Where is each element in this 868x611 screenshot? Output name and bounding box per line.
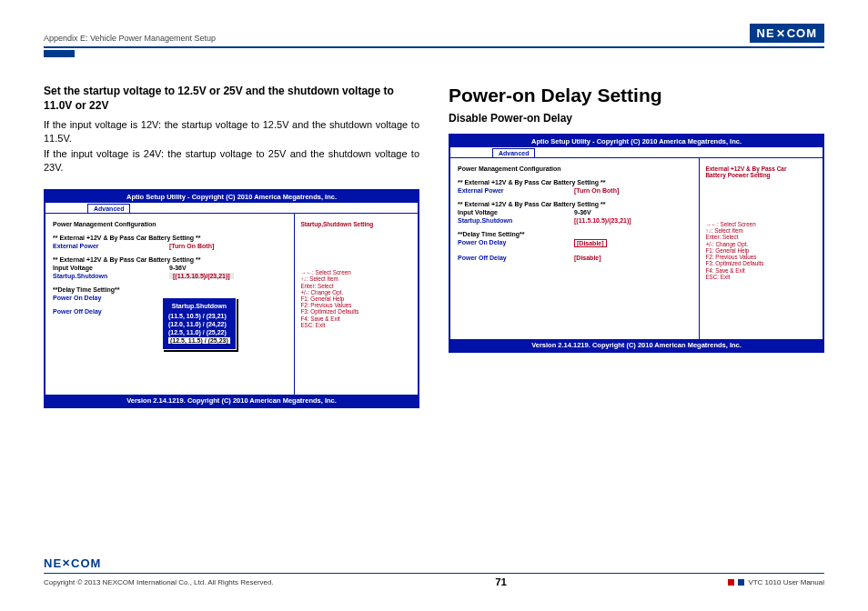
bios-delay-header: **Delay Time Setting**: [53, 286, 287, 293]
color-swatch-blue-icon: [738, 579, 744, 586]
bios-right-title-r2: Battery Poewer Setting: [705, 172, 817, 178]
helpr-l9: ESC: Exit: [705, 274, 817, 280]
content-columns: Set the startup voltage to 12.5V or 25V …: [44, 85, 824, 408]
bios-tab-advanced[interactable]: Advanced: [87, 204, 130, 213]
bios-val-iv-r: 9-36V: [574, 209, 691, 215]
bios-box-right: Aptio Setup Utility - Copyright (C) 2010…: [449, 134, 824, 353]
helpr-l5: F1: General Help: [705, 247, 817, 254]
bios-key-input-voltage: Input Voltage: [53, 265, 169, 271]
bios-section-title: Power Management Configuration: [53, 221, 287, 227]
bios-help-pane-right: External +12V & By Pass Car Battery Poew…: [699, 158, 823, 339]
right-h2: Disable Power-on Delay: [449, 112, 824, 125]
bios-val-pon-r: [Disable]: [574, 239, 607, 247]
help-l8: F4: Save & Exit: [300, 316, 412, 322]
help-l7: F3: Optimized Defaults: [300, 308, 412, 315]
help-l4: +/-: Change Opt.: [300, 289, 412, 295]
footer-rule: [44, 573, 824, 575]
bios-row-external-power[interactable]: External Power [Turn On Both]: [53, 243, 287, 249]
bios-main-pane-right: Power Management Configuration ** Extern…: [450, 158, 699, 339]
bios-delay-header-r: **Delay Time Setting**: [458, 231, 691, 237]
bios-row-startup-shutdown[interactable]: Startup.Shutdown [(11.5.10.5)/(23,21)]: [53, 273, 287, 279]
help-l2: ↑↓: Select Item: [300, 275, 412, 282]
right-column: Power-on Delay Setting Disable Power-on …: [449, 85, 824, 408]
popup-option-1[interactable]: (11.5, 10.5) / (23,21): [168, 312, 230, 320]
footer-doc: VTC 1010 User Manual: [748, 578, 824, 586]
help-l6: F2: Previous Values: [300, 302, 412, 308]
bios-footer-left: Version 2.14.1219. Copyright (C) 2010 Am…: [45, 395, 418, 406]
left-section-title: Set the startup voltage to 12.5V or 25V …: [44, 85, 419, 113]
popup-option-3[interactable]: (12.5, 11.0) / (25,22): [168, 328, 230, 336]
bios-box-left: Aptio Setup Utility - Copyright (C) 2010…: [44, 189, 419, 408]
popup-option-2[interactable]: (12.0, 11.0) / (24,22): [168, 320, 230, 328]
help-l3: Enter: Select: [300, 283, 412, 289]
left-paragraph-2: If the input voltage is 24V: the startup…: [44, 147, 419, 175]
bios-val-external-power: [Turn On Both]: [169, 243, 287, 249]
bios-right-title-r1: External +12V & By Pass Car: [705, 165, 817, 172]
bios-main-pane-left: Power Management Configuration ** Extern…: [45, 214, 294, 395]
helpr-l1: →←: Select Screen: [705, 221, 817, 227]
bios-key-external-power-r: External Power: [458, 187, 574, 194]
bios-val-external-power-r: [Turn On Both]: [574, 187, 691, 194]
page-header: Appendix E: Vehicle Power Management Set…: [44, 24, 824, 45]
help-l1: →←: Select Screen: [300, 269, 412, 275]
header-rule: [44, 46, 824, 48]
left-paragraph-1: If the input voltage is 12V: the startup…: [44, 118, 419, 145]
bios-row-ss-r[interactable]: Startup.Shutdown [(11.5.10.5)/(23,21)]: [458, 217, 691, 224]
bios-key-external-power: External Power: [53, 243, 169, 249]
bios-section-title-r: Power Management Configuration: [458, 165, 691, 172]
bios-key-poff-r: Power Off Delay: [458, 255, 574, 261]
helpr-l2: ↑↓: Select Item: [705, 227, 817, 234]
bios-footer-right: Version 2.14.1219. Copyright (C) 2010 Am…: [450, 339, 823, 351]
bios-help-keys-right: →←: Select Screen ↑↓: Select Item Enter:…: [705, 221, 817, 280]
bios-body-left: Power Management Configuration ** Extern…: [45, 213, 418, 395]
bios-val-input-voltage: 9-36V: [169, 265, 287, 271]
bios-val-poff-r: [Disable]: [574, 255, 691, 261]
bios-banner1-r: ** External +12V & By Pass Car Battery S…: [458, 179, 691, 185]
bios-key-ss: Startup.Shutdown: [53, 273, 169, 279]
bios-banner1: ** External +12V & By Pass Car Battery S…: [53, 235, 287, 241]
helpr-l7: F3: Optimized Defaults: [705, 260, 817, 266]
bios-row-power-on-delay-r[interactable]: Power On Delay [Disable]: [458, 239, 691, 247]
page-footer: NE✕COM Copyright © 2013 NEXCOM Internati…: [44, 555, 824, 588]
bios-row-input-voltage: Input Voltage 9-36V: [53, 265, 287, 271]
helpr-l4: +/-: Change Opt.: [705, 241, 817, 247]
footer-page: 71: [495, 576, 507, 587]
popup-option-4-selected[interactable]: (12.5, 11.5) / (25,23): [168, 337, 230, 344]
bios-popup-startup-shutdown[interactable]: Startup.Shutdown (11.5, 10.5) / (23,21) …: [162, 297, 237, 350]
bios-row-power-off-delay-r[interactable]: Power Off Delay [Disable]: [458, 255, 691, 261]
bios-tabs-right: Advanced: [450, 147, 823, 157]
bios-right-title: Startup,Shutdown Setting: [300, 221, 412, 227]
bios-key-iv-r: Input Voltage: [458, 209, 574, 215]
bios-help-keys-left: →←: Select Screen ↑↓: Select Item Enter:…: [300, 269, 412, 328]
logo-bottom: NE✕COM: [44, 556, 101, 570]
helpr-l3: Enter: Select: [705, 234, 817, 240]
bios-body-right: Power Management Configuration ** Extern…: [450, 157, 823, 339]
helpr-l8: F4: Save & Exit: [705, 267, 817, 274]
appendix-title: Appendix E: Vehicle Power Management Set…: [44, 34, 216, 43]
bios-key-ss-r: Startup.Shutdown: [458, 217, 574, 224]
left-column: Set the startup voltage to 12.5V or 25V …: [44, 85, 419, 408]
bios-row-input-voltage-r: Input Voltage 9-36V: [458, 209, 691, 215]
logo-top: NE✕COM: [750, 24, 824, 43]
bios-help-pane-left: Startup,Shutdown Setting →←: Select Scre…: [294, 214, 418, 395]
bios-title-left: Aptio Setup Utility - Copyright (C) 2010…: [45, 191, 418, 203]
help-l5: F1: General Help: [300, 295, 412, 302]
bios-val-ss: [(11.5.10.5)/(23,21)]: [169, 273, 234, 279]
bios-val-ss-r: [(11.5.10.5)/(23,21)]: [574, 217, 691, 224]
right-h1: Power-on Delay Setting: [449, 85, 824, 106]
bios-tabs-left: Advanced: [45, 203, 418, 213]
header-stub: [44, 50, 75, 57]
bios-banner2: ** External +12V & By Pass Car Battery S…: [53, 256, 287, 263]
bios-title-right: Aptio Setup Utility - Copyright (C) 2010…: [450, 135, 823, 147]
bios-key-pon-r: Power On Delay: [458, 239, 574, 247]
help-l9: ESC: Exit: [300, 322, 412, 328]
popup-title: Startup.Shutdown: [168, 302, 230, 310]
helpr-l6: F2: Previous Values: [705, 254, 817, 260]
color-swatch-red-icon: [728, 579, 734, 586]
bios-tab-advanced-r[interactable]: Advanced: [492, 148, 535, 157]
footer-copyright: Copyright © 2013 NEXCOM International Co…: [44, 578, 274, 586]
bios-row-external-power-r[interactable]: External Power [Turn On Both]: [458, 187, 691, 194]
bios-banner2-r: ** External +12V & By Pass Car Battery S…: [458, 201, 691, 207]
